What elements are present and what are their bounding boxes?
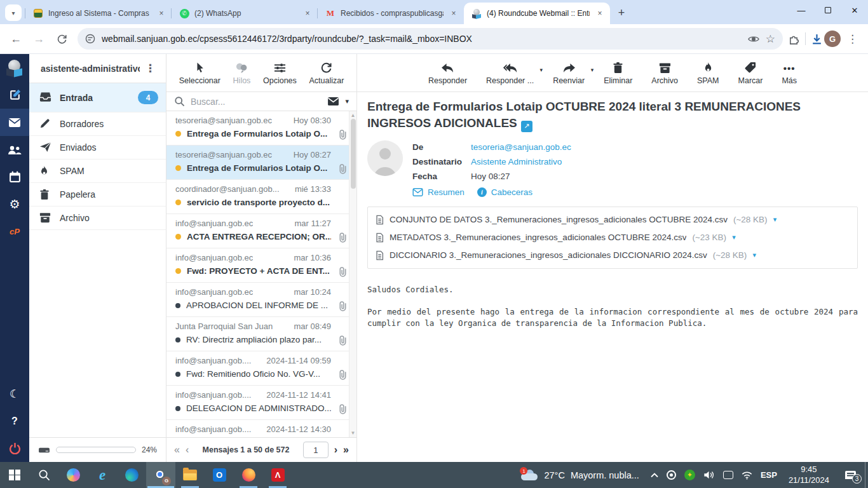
read-dot-icon[interactable] — [175, 337, 180, 342]
copilot-button[interactable] — [58, 462, 88, 488]
rail-cpanel-button[interactable]: cP — [0, 218, 29, 245]
reply-button[interactable]: Responder — [428, 61, 467, 85]
file-explorer-button[interactable] — [175, 462, 205, 488]
tab-compras-publicas[interactable]: Ingreso al Sistema - Compras P × — [25, 3, 172, 24]
attachment-name[interactable]: CONJUNTO DE DATOS 3._Remuneraciones_ingr… — [390, 215, 728, 224]
preview-eye-icon[interactable] — [748, 35, 759, 43]
rail-contacts-button[interactable] — [0, 136, 29, 163]
attachment-row[interactable]: METADATOS 3._Remuneraciones_ingresos_adi… — [376, 229, 850, 247]
attachment-menu-caret-icon[interactable]: ▾ — [773, 215, 777, 224]
refresh-button[interactable]: Actualizar — [309, 61, 344, 85]
internet-explorer-button[interactable]: e — [88, 462, 117, 488]
antivirus-tray-icon[interactable]: ✦ — [684, 470, 695, 480]
tab-close-icon[interactable]: × — [156, 8, 166, 18]
message-row-selected[interactable]: tesoreria@sanjuan.gob.ecHoy 08:27 Entreg… — [166, 146, 356, 180]
help-button[interactable]: ? — [0, 407, 29, 435]
last-page-icon[interactable]: » — [343, 444, 349, 456]
unread-dot-icon[interactable] — [175, 268, 181, 274]
extensions-icon[interactable] — [788, 33, 800, 45]
bookmark-star-icon[interactable]: ☆ — [766, 32, 775, 46]
select-button[interactable]: Seleccionar — [179, 61, 220, 85]
forward-caret-icon[interactable]: ▾ — [591, 67, 594, 73]
minimize-button[interactable]: — — [788, 0, 815, 20]
address-bar[interactable]: webmail.sanjuan.gob.ec/cpsess5612446172/… — [78, 28, 783, 50]
close-button[interactable]: ✕ — [841, 0, 868, 20]
outlook-button[interactable]: O — [205, 462, 234, 488]
new-tab-button[interactable]: + — [613, 4, 630, 22]
browser-menu-icon[interactable]: ⋮ — [842, 32, 863, 46]
taskbar-search-button[interactable] — [29, 462, 58, 488]
back-button[interactable]: ← — [5, 28, 27, 50]
sidebar-item-papelera[interactable]: Papelera — [29, 183, 166, 207]
start-button[interactable] — [0, 462, 29, 488]
firefox-button[interactable] — [234, 462, 263, 488]
sidebar-item-spam[interactable]: SPAM — [29, 159, 166, 183]
language-indicator[interactable]: ESP — [761, 470, 777, 480]
show-desktop-button[interactable] — [865, 462, 868, 488]
logout-button[interactable] — [0, 435, 29, 462]
reload-button[interactable] — [51, 28, 72, 50]
downloads-icon[interactable] — [811, 33, 823, 45]
message-row[interactable]: info@sanjuan.gob....2024-11-14 09:59 Fwd… — [166, 351, 356, 386]
rail-calendar-button[interactable] — [0, 163, 29, 191]
headers-link[interactable]: i Cabeceras — [477, 187, 532, 197]
message-row[interactable]: info@sanjuan.gob.ecmar 10:36 Fwd: PROYEC… — [166, 248, 356, 283]
unread-dot-icon[interactable] — [175, 165, 181, 171]
attachment-menu-caret-icon[interactable]: ▾ — [752, 251, 756, 259]
compose-button[interactable] — [0, 81, 29, 109]
volume-icon[interactable] — [703, 470, 715, 480]
next-page-icon[interactable]: › — [334, 444, 337, 456]
chrome-button[interactable]: G — [146, 462, 175, 488]
scroll-up-icon[interactable]: ▲ — [349, 112, 356, 118]
read-dot-icon[interactable] — [175, 406, 180, 411]
sidebar-item-archivo[interactable]: Archivo — [29, 207, 166, 230]
unread-dot-icon[interactable] — [175, 234, 181, 240]
threads-button[interactable]: Hilos — [233, 61, 251, 85]
attachment-name[interactable]: DICCIONARIO 3._Remuneraciones_ingresos_a… — [390, 250, 707, 260]
sidebar-item-borradores[interactable]: Borradores — [29, 112, 166, 136]
tab-whatsapp[interactable]: ✆ (2) WhatsApp × — [172, 3, 318, 24]
maximize-button[interactable] — [815, 0, 841, 20]
read-dot-icon[interactable] — [175, 372, 180, 377]
tray-chevron-up-icon[interactable] — [651, 473, 658, 478]
edge-button[interactable] — [117, 462, 146, 488]
cast-display-icon[interactable] — [723, 471, 733, 479]
spam-button[interactable]: SPAM — [697, 61, 719, 85]
site-settings-icon[interactable] — [85, 34, 95, 44]
tab-close-icon[interactable]: × — [302, 8, 313, 18]
from-address-link[interactable]: tesoreria@sanjuan.gob.ec — [471, 142, 571, 152]
read-dot-icon[interactable] — [175, 303, 180, 308]
wifi-icon[interactable] — [742, 471, 752, 480]
message-row[interactable]: Junta Parroquial San Juanmar 08:49 RV: D… — [166, 317, 356, 351]
attachment-name[interactable]: METADATOS 3._Remuneraciones_ingresos_adi… — [390, 233, 686, 242]
sidebar-item-entrada[interactable]: Entrada 4 — [29, 83, 166, 112]
tab-gmail[interactable]: M Recibidos - compraspublicasga × — [318, 3, 464, 24]
forward-button[interactable]: Reenviar ▾ — [553, 61, 585, 85]
forward-button[interactable]: → — [28, 28, 50, 50]
message-row[interactable]: info@sanjuan.gob....2024-11-12 14:41 DEL… — [166, 386, 356, 420]
search-input[interactable] — [191, 97, 322, 107]
more-button[interactable]: ••• Más — [782, 61, 797, 85]
options-button[interactable]: Opciones — [263, 61, 297, 85]
unread-dot-icon[interactable] — [175, 200, 181, 205]
search-options-chevron-icon[interactable]: ▾ — [345, 97, 349, 105]
tab-roundcube-active[interactable]: (4) Roundcube Webmail :: Entra × — [464, 3, 610, 24]
open-in-new-window-icon[interactable]: ↗ — [521, 121, 532, 132]
page-number-input[interactable] — [303, 442, 329, 458]
first-page-icon[interactable]: « — [174, 444, 180, 456]
rail-settings-button[interactable]: ⚙ — [0, 191, 29, 218]
mark-button[interactable]: Marcar — [738, 61, 763, 85]
message-row[interactable]: coordinador@sanjuan.gob...mié 13:33 serv… — [166, 180, 356, 214]
url-text[interactable]: webmail.sanjuan.gob.ec/cpsess5612446172/… — [102, 34, 742, 44]
scroll-down-icon[interactable]: ▼ — [349, 430, 356, 436]
summary-link[interactable]: Resumen — [412, 187, 465, 197]
delete-button[interactable]: Eliminar — [604, 61, 632, 85]
attachment-menu-caret-icon[interactable]: ▾ — [732, 233, 736, 241]
tab-close-icon[interactable]: × — [449, 8, 459, 18]
reply-all-button[interactable]: Responder ... ▾ — [486, 61, 534, 85]
message-row[interactable]: tesoreria@sanjuan.gob.ecHoy 08:30 Entreg… — [166, 111, 356, 146]
archive-button[interactable]: Archivo — [651, 61, 678, 85]
message-row[interactable]: info@sanjuan.gob....2024-11-12 14:30 — [166, 420, 356, 437]
attachment-row[interactable]: DICCIONARIO 3._Remuneraciones_ingresos_a… — [376, 247, 850, 264]
record-tray-icon[interactable] — [667, 470, 676, 480]
